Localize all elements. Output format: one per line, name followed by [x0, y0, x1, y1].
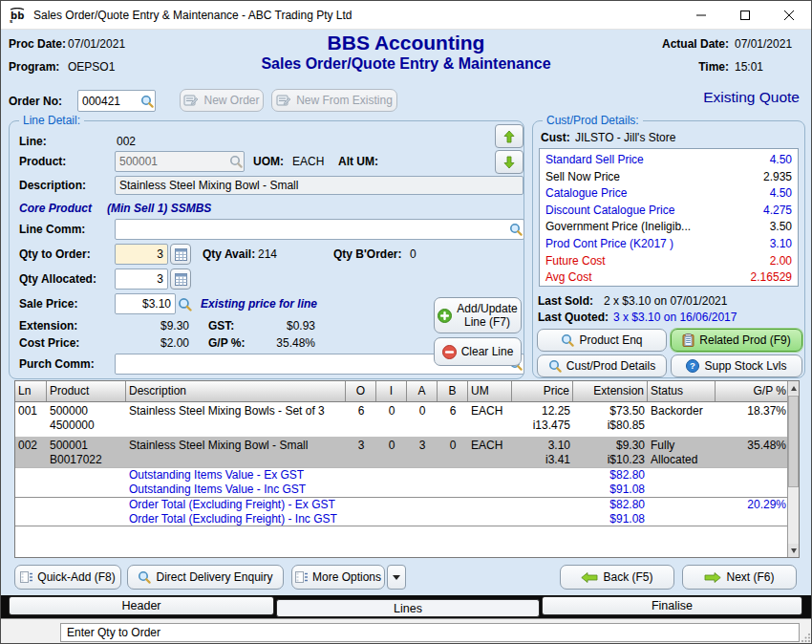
line-comm-input[interactable] [115, 219, 524, 240]
line-comm-lookup-icon[interactable] [509, 223, 523, 236]
summary-row: Outstanding Items Value - Ex GST $82.80 [15, 467, 799, 483]
qty-to-order-label: Qty to Order: [19, 247, 91, 261]
price-name: Future Cost [545, 253, 606, 270]
more-options-dropdown-button[interactable] [387, 565, 406, 590]
add-update-line-button[interactable]: Add/Update Line (F7) [434, 297, 522, 333]
col-header-description[interactable]: Description [126, 381, 346, 401]
next-button[interactable]: Next (F6) [682, 565, 797, 590]
product-input[interactable] [115, 151, 245, 172]
qty-allocated-input[interactable] [115, 268, 168, 290]
close-icon [784, 11, 794, 20]
form-icon [20, 571, 32, 583]
price-list-item[interactable]: Sell Now Price2.935 [540, 169, 798, 186]
col-header-status[interactable]: Status [648, 381, 716, 401]
col-header-gp[interactable]: G/P % [716, 381, 789, 401]
cell-ln: 001 [15, 402, 47, 437]
product-lookup-icon[interactable] [229, 155, 243, 168]
col-header-price[interactable]: Price [512, 381, 573, 401]
back-button[interactable]: Back (F5) [560, 565, 674, 590]
cust-prod-details-button[interactable]: Cust/Prod Details [537, 354, 667, 377]
qty-to-order-calc-button[interactable] [170, 244, 191, 265]
close-button[interactable] [767, 1, 811, 30]
sale-price-input[interactable] [115, 293, 176, 314]
order-lookup-icon[interactable] [140, 95, 154, 108]
price-list-item[interactable]: Discount Catalogue Price4.275 [540, 203, 798, 220]
summary-row: Order Total (Excluding Freight) - Inc GS… [15, 512, 799, 527]
next-label: Next (F6) [726, 570, 774, 584]
cust-prod-legend: Cust/Prod Details: [543, 114, 643, 127]
gp-value: 35.48% [229, 336, 315, 350]
more-options-label: More Options [312, 570, 381, 584]
uom-label: UOM: [253, 155, 284, 168]
related-prod-label: Related Prod (F9) [699, 333, 790, 347]
back-label: Back (F5) [603, 570, 652, 584]
cell-um: EACH [468, 437, 512, 467]
col-header-um[interactable]: UM [468, 381, 512, 401]
qty-allocated-calc-button[interactable] [170, 268, 191, 290]
price-list-item[interactable]: Catalogue Price4.50 [540, 185, 798, 203]
col-header-product[interactable]: Product [47, 381, 126, 401]
product-enq-button[interactable]: Product Enq [537, 329, 667, 352]
col-header-b[interactable]: B [438, 381, 468, 401]
tab-lines[interactable]: Lines [276, 599, 540, 617]
more-options-button[interactable]: More Options [291, 565, 385, 590]
price-list-item[interactable]: Prod Cont Price (K2017 )3.10 [540, 236, 798, 253]
description-input[interactable] [115, 176, 524, 195]
direct-delivery-button[interactable]: Direct Delivery Enquiry [127, 565, 284, 590]
line-value: 002 [117, 135, 136, 148]
col-header-ln[interactable]: Ln [15, 381, 47, 401]
sale-price-lookup-icon[interactable] [178, 297, 192, 311]
scrollbar-thumb[interactable] [788, 396, 799, 487]
tab-strip: Header Lines Finalise [1, 595, 812, 618]
new-order-button[interactable]: New Order [180, 89, 264, 112]
clear-line-button[interactable]: Clear Line [434, 337, 522, 366]
table-row-selected[interactable]: 002 500001B0017022 Stainless Steel Mixin… [15, 437, 799, 467]
qty-allocated-label: Qty Allocated: [19, 272, 96, 286]
cost-price-label: Cost Price: [19, 336, 79, 350]
minimize-button[interactable] [679, 1, 723, 30]
cell-status: Backorder [648, 402, 716, 437]
col-header-o[interactable]: O [346, 381, 376, 401]
last-quoted-label: Last Quoted: [538, 311, 609, 324]
supp-stock-button[interactable]: ? Supp Stock Lvls [671, 354, 802, 377]
line-comm-label: Line Comm: [19, 223, 85, 236]
maximize-button[interactable] [723, 1, 767, 30]
order-no-field [77, 90, 156, 112]
price-list-item[interactable]: Avg Cost2.16529 [540, 269, 798, 287]
tab-finalise[interactable]: Finalise [542, 596, 802, 615]
calculator-icon [175, 273, 187, 286]
summary-row: Outstanding Items Value - Inc GST $91.08 [15, 483, 799, 498]
related-prod-button[interactable]: Related Prod (F9) [671, 329, 802, 352]
product-label: Product: [19, 155, 66, 168]
resize-grip-icon[interactable] [801, 633, 811, 642]
price-value: 2.935 [763, 169, 792, 186]
summary-row: Order Total (Excluding Freight) - Ex GST… [15, 497, 799, 512]
summary-label: Order Total (Excluding Freight) - Inc GS… [126, 512, 346, 526]
actual-date-value: 07/01/2021 [735, 37, 801, 51]
cost-price-value: $2.00 [115, 336, 189, 350]
col-header-i[interactable]: I [376, 381, 407, 401]
table-scrollbar[interactable] [787, 381, 799, 557]
qty-avail-label: Qty Avail: [203, 247, 255, 261]
table-row[interactable]: 001 5000004500000 Stainless Steel Mixing… [15, 402, 799, 437]
cell-b: 6 [438, 402, 468, 437]
price-list-item[interactable]: Future Cost2.00 [540, 253, 798, 270]
clear-minus-icon [442, 345, 457, 359]
quick-add-button[interactable]: Quick-Add (F8) [14, 565, 121, 590]
line-down-button[interactable] [495, 150, 524, 174]
time-row: Time: 15:01 [698, 60, 801, 74]
tab-header[interactable]: Header [9, 596, 274, 615]
col-header-a[interactable]: A [407, 381, 438, 401]
scroll-up-button[interactable] [788, 381, 799, 395]
col-header-extension[interactable]: Extension [573, 381, 648, 401]
new-from-existing-button[interactable]: New From Existing [271, 89, 397, 112]
price-list-item[interactable]: Government Price (Ineligib...3.50 [540, 219, 798, 236]
time-label: Time: [698, 60, 729, 74]
qty-to-order-field [115, 244, 168, 265]
scroll-down-button[interactable] [788, 544, 799, 557]
price-name: Standard Sell Price [545, 152, 644, 169]
line-comm-field [115, 219, 524, 240]
qty-to-order-input[interactable] [115, 244, 168, 265]
price-list-item[interactable]: Standard Sell Price4.50 [540, 152, 798, 169]
line-up-button[interactable] [495, 124, 524, 148]
